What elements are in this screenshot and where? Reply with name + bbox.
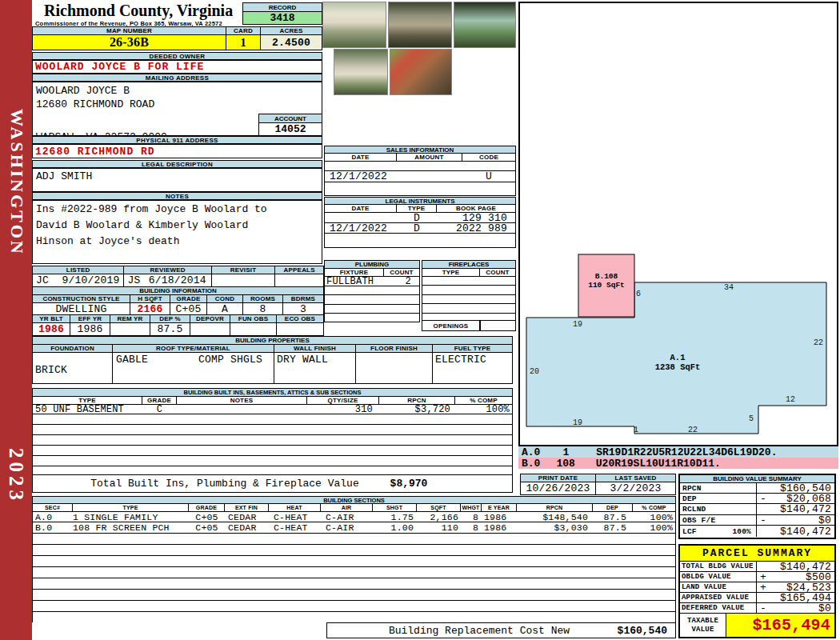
plumbing-table: PLUMBING FIXTURE COUNT FULLBATH 2: [324, 260, 420, 322]
vector-b-num: 108: [556, 458, 574, 470]
li-row2-type: D: [397, 223, 437, 233]
parcel-row-taxable: TAXABLE VALUE $165,494: [680, 614, 834, 637]
li-row1-book: 129 310: [437, 213, 515, 222]
built-ins-blank-rows: [33, 414, 512, 475]
dep-pct-value: 87.5: [150, 323, 190, 335]
parcel-deferred-op: -: [760, 603, 766, 613]
legal-instrument-row: 12/1/2022 D 2022 989: [325, 223, 515, 234]
fireplaces-table: FIREPLACES TYPE COUNT OPENINGS: [422, 260, 516, 331]
parcel-land-label: LAND VALUE: [680, 582, 757, 592]
built-ins-label: BUILDING BUILT INS, BASEMENTS, ATTICS & …: [33, 389, 512, 397]
bvs-rclnd-label: RCLND: [680, 504, 757, 514]
print-date-value: 10/26/2023: [521, 482, 596, 494]
bvs-rpcn-label: RPCN: [680, 483, 757, 493]
physical-address-label: PHYSICAL 911 ADDRESS: [32, 136, 322, 144]
hsqft-value: 2166: [130, 303, 170, 314]
reviewed-by: JS: [127, 274, 140, 286]
vector-a-num: 1: [562, 446, 569, 458]
funobs-label: FUN OBS: [230, 315, 277, 322]
bvs-lcf-pct: 100%: [732, 527, 751, 536]
effyr-value: 1986: [70, 323, 110, 335]
whgt-col-label: WHGT: [461, 504, 482, 511]
taxable-value: $165,494: [726, 614, 834, 637]
acres-value: 2.4500: [261, 35, 322, 50]
deeded-owner-value: WOOLARD JOYCE B FOR LIFE: [32, 60, 322, 74]
property-photo-5[interactable]: [390, 49, 452, 95]
row-b-sqft: 110: [417, 522, 461, 533]
plumbing-row: FULLBATH 2: [325, 277, 419, 286]
legal-description-label: LEGAL DESCRIPTION: [32, 160, 322, 168]
property-photo-3[interactable]: [454, 2, 516, 48]
reviewed-value: JS 6/18/2014: [124, 274, 211, 286]
reviewed-date: 6/18/2014: [149, 274, 206, 286]
floor-finish-label: FLOOR FINISH: [356, 345, 433, 352]
reviewed-label: REVIEWED: [124, 266, 211, 274]
parcel-appraised-label: APPRAISED VALUE: [680, 593, 757, 602]
parcel-land-value: $24,523: [786, 582, 831, 592]
bvs-obs-value: $0: [818, 515, 831, 525]
property-photo-2[interactable]: [388, 2, 452, 48]
bvs-obs-cell: - $0: [757, 515, 834, 525]
bvs-rclnd-value: $140,472: [780, 504, 831, 514]
row-a-shgt: 1.75: [373, 512, 417, 522]
sales-date-label: DATE: [325, 154, 397, 161]
property-record-card: WASHINGTON 2023 Richmond County, Virgini…: [0, 0, 840, 640]
vector-a-sec: A.0: [522, 446, 540, 458]
vector-b-path: U20R19SL10U11R10D11.: [596, 458, 721, 470]
listed-label: LISTED: [33, 266, 124, 274]
building-properties-label: BUILDING PROPERTIES: [33, 337, 512, 345]
built-ins-table: BUILDING BUILT INS, BASEMENTS, ATTICS & …: [32, 388, 513, 493]
sketch-a-sqft: 1238 SqFt: [630, 362, 725, 372]
sketch-dim-19-top: 19: [573, 320, 582, 329]
parcel-deferred-cell: - $0: [757, 603, 834, 613]
deeded-owner-label: DEEDED OWNER: [32, 52, 322, 60]
print-info-box: PRINT DATE LAST SAVED 10/26/2023 3/2/202…: [520, 474, 676, 495]
map-number-value: 26-36B: [33, 35, 226, 50]
eyear-col-label: E YEAR: [482, 504, 517, 511]
li-type-label: TYPE: [397, 205, 437, 212]
notes-label: NOTES: [32, 192, 322, 200]
fireplace-count-label: COUNT: [480, 269, 515, 276]
bvs-lcf-value: $140,472: [780, 526, 831, 537]
air-col-label: AIR: [321, 504, 373, 511]
taxable-label-line1: TAXABLE: [687, 617, 718, 626]
bvs-obs-label: OBS F/E: [680, 515, 757, 525]
parcel-total-bldg-value: $140,472: [780, 562, 831, 571]
building-sketch: [520, 3, 837, 445]
review-table: LISTED REVIEWED REVISIT APPEALS JC 9/10/…: [32, 266, 324, 287]
sketch-dim-22-bottom: 22: [688, 426, 698, 434]
property-photo-1[interactable]: [322, 2, 386, 48]
grade-col-label: GRADE: [189, 504, 225, 511]
property-photo-4[interactable]: [334, 49, 388, 95]
built-ins-row: 50 UNF BASEMENT C 310 $3,720 100%: [33, 405, 512, 414]
roof-type-value: GABLE: [116, 354, 148, 366]
sketch-dim-1: 1: [634, 426, 638, 434]
mailing-address-label: MAILING ADDRESS: [32, 74, 322, 82]
row-a-grade: C+05: [189, 512, 225, 522]
fixture-value: FULLBATH: [325, 277, 384, 286]
row-b-whgt: 8: [461, 522, 482, 533]
bvs-row-lcf: LCF 100% $140,472: [680, 526, 834, 537]
sqft-col-label: SQFT: [417, 504, 461, 511]
yrblt-label: YR BLT: [33, 315, 70, 322]
foundation-value: BRICK: [33, 353, 113, 383]
grade-value: C+05: [170, 303, 207, 314]
row-b-dep: 87.5: [593, 522, 633, 533]
sketch-a-name: A.1: [630, 353, 725, 362]
funobs-value: [230, 323, 277, 335]
parcel-obldg-op: +: [760, 572, 766, 582]
li-row1-date: [325, 213, 397, 222]
bvs-lcf-label-cell: LCF 100%: [680, 526, 757, 537]
appeals-label: APPEALS: [275, 266, 323, 274]
legal-description-value: ADJ SMITH: [32, 168, 322, 192]
bvs-rpcn-cell: $160,540: [757, 483, 834, 493]
built-ins-total-row: Total Built Ins, Plumbing & Fireplace Va…: [33, 475, 512, 491]
bdrms-label: BDRMS: [283, 295, 323, 302]
sales-information-label: SALES INFORMATION: [325, 146, 515, 154]
parcel-total-bldg-label: TOTAL BLDG VALUE: [680, 562, 757, 571]
type-col-label: TYPE: [73, 504, 189, 511]
plumbing-count-label: COUNT: [384, 269, 419, 276]
row-b-sec: B.0: [33, 522, 73, 533]
row-a-sqft: 2,166: [417, 512, 461, 522]
fuel-type-label: FUEL TYPE: [433, 345, 512, 352]
